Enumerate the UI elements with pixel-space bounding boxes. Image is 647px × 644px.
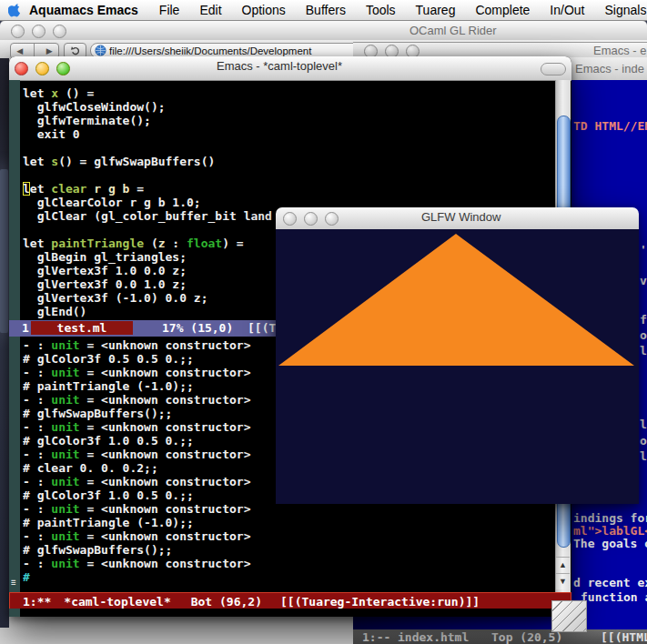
toolbar-pill-button[interactable] [541, 63, 566, 75]
code-token: s [51, 155, 58, 168]
browser-title-bar[interactable]: OCaml GL Rider [0, 21, 647, 41]
code-token: - : [23, 475, 51, 488]
close-button[interactable] [15, 62, 28, 75]
code-token: unit [51, 338, 79, 352]
menu-item-aquamacs-emacs[interactable]: Aquamacs Emacs [22, 3, 149, 17]
repl-line: # glfwSwapBuffers();; [23, 543, 561, 557]
opengl-viewport [276, 229, 639, 504]
globe-icon [95, 45, 106, 56]
modeline-position: 17% (15,0) [162, 321, 233, 335]
code-token: let [23, 155, 51, 168]
code-token: # glColor3f 1.0 0.5 0.;; [23, 488, 194, 502]
doctype-fragment: TD HTML//EN [573, 120, 647, 133]
code-token: glEnd() [23, 305, 86, 318]
apple-menu-icon[interactable] [8, 3, 22, 17]
menu-item-edit[interactable]: Edit [189, 3, 231, 17]
code-token: et [30, 182, 51, 196]
menu-item-options[interactable]: Options [232, 3, 296, 17]
repl-line: # paintTriangle (-1.0);; [23, 516, 561, 529]
forward-icon[interactable]: ▶ [46, 46, 53, 55]
menu-bar: Aquamacs Emacs FileEditOptionsBuffersToo… [0, 0, 647, 21]
repl-line: - : unit = <unknown constructor> [23, 502, 561, 516]
echo-area[interactable] [9, 609, 571, 617]
code-token: = <unknown constructor> [80, 338, 251, 352]
repl-line: # [23, 570, 561, 584]
code-token: # paintTriangle (-1.0);; [23, 379, 194, 393]
back-icon[interactable]: ◀ [16, 46, 23, 55]
code-line [23, 141, 561, 155]
zoom-button[interactable] [53, 25, 66, 38]
emacs-title-bar[interactable]: Emacs - *caml-toplevel* [9, 56, 571, 81]
menu-item-buffers[interactable]: Buffers [296, 3, 356, 17]
menu-item-in-out[interactable]: In/Out [540, 3, 594, 17]
code-token: - : [23, 393, 51, 407]
modeline-position: Bot (96,2) [191, 595, 262, 609]
html-text-fragment: The goals of [573, 538, 647, 550]
code-token: ( [144, 236, 158, 250]
menu-item-tuareg[interactable]: Tuareg [406, 3, 466, 17]
code-line [23, 168, 561, 182]
html-text-fragment: ve [640, 275, 647, 287]
html-text-fragment: le [640, 345, 647, 357]
menu-item-signals[interactable]: Signals [594, 3, 647, 17]
code-token: # clear 0. 0. 0.2;; [23, 461, 158, 475]
emacs-window-title: Emacs - *caml-toplevel* [217, 59, 342, 73]
resize-grip[interactable] [551, 600, 587, 632]
code-token: # glfwSwapBuffers();; [23, 407, 172, 420]
zoom-button[interactable] [325, 212, 339, 226]
code-token: = <unknown constructor> [80, 475, 251, 488]
menu-items: FileEditOptionsBuffersToolsTuaregComplet… [149, 3, 647, 17]
close-button[interactable] [11, 25, 25, 38]
code-token: glfwTerminate(); [23, 114, 151, 127]
modeline-prefix: 1:-- [362, 630, 390, 644]
menu-item-tools[interactable]: Tools [356, 3, 406, 17]
minimize-button[interactable] [304, 212, 318, 226]
emacs-window-controls [15, 62, 70, 75]
code-line: let s() = glfwSwapBuffers() [23, 155, 561, 168]
menu-item-complete[interactable]: Complete [465, 3, 540, 17]
minimize-button[interactable] [32, 25, 45, 38]
scroll-up-arrow[interactable]: ▲ [556, 557, 570, 573]
code-token: unit [51, 420, 79, 434]
code-token: () = glfwSwapBuffers() [58, 155, 215, 168]
code-line: let clear r g b = [23, 182, 561, 196]
code-token: glVertex3f 1.0 0.0 z; [23, 264, 187, 277]
glfw-title-bar[interactable]: GLFW Window [276, 207, 639, 230]
code-token: glVertex3f (-1.0) 0.0 z; [23, 291, 208, 305]
scroll-down-arrow[interactable]: ▼ [556, 573, 570, 589]
glfw-window-title: GLFW Window [421, 210, 500, 224]
zoom-button[interactable] [56, 62, 70, 75]
code-token: - : [23, 448, 51, 461]
code-token: unit [51, 557, 79, 570]
code-token: - : [23, 366, 51, 379]
menu-item-file[interactable]: File [149, 3, 190, 17]
code-line: glfwTerminate(); [23, 114, 561, 127]
code-token: glClear (gl_color_buffer_bit land gl_d [23, 209, 308, 223]
modeline-buffer: index.html [398, 630, 469, 644]
code-token: exit 0 [23, 127, 80, 141]
index-modeline: 1:-- index.html Top (20,5) [[(HTML [353, 629, 647, 644]
fringe-continuation-icon: ≡ [11, 579, 15, 587]
code-token: = <unknown constructor> [80, 448, 251, 461]
code-token: - : [23, 529, 51, 543]
code-token: let [23, 86, 51, 100]
html-text-fragment: l [640, 418, 647, 431]
code-token: glVertex3f 0.0 1.0 z; [23, 277, 187, 291]
code-token: = <unknown constructor> [80, 502, 251, 516]
minimize-button[interactable] [35, 62, 49, 75]
code-token: - : [23, 420, 51, 434]
html-text-fragment: or [640, 435, 647, 448]
code-token: = <unknown constructor> [80, 557, 251, 570]
code-token: glfwCloseWindow(); [23, 100, 166, 114]
index-window-title-fragment: Emacs - inde [575, 62, 644, 75]
code-token: # glColor3f 0.5 0.5 0.;; [23, 352, 194, 366]
close-button[interactable] [283, 212, 297, 226]
modeline-mode: [[(HTML [601, 630, 647, 644]
code-token: glClearColor r g b 1.0; [23, 196, 201, 209]
code-token: = [129, 182, 144, 196]
code-token: paintTriangle [51, 236, 144, 250]
html-text-fragment: f [640, 314, 647, 327]
code-token: = <unknown constructor> [80, 366, 251, 379]
code-token: - : [23, 338, 51, 352]
code-token: = <unknown constructor> [80, 393, 251, 407]
